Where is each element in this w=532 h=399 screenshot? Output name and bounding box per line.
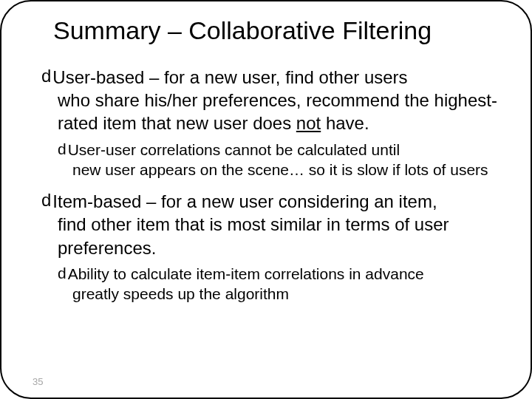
sub-bullet-text: Ability to calculate item-item correlati… xyxy=(68,264,499,284)
bullet-continuation: find other item that is most similar in … xyxy=(41,213,499,259)
sub-bullet-text: User-user correlations cannot be calcula… xyxy=(68,140,499,160)
page-number: 35 xyxy=(33,376,43,387)
bullet-row: d User-user correlations cannot be calcu… xyxy=(58,140,499,160)
underlined-word: not xyxy=(296,113,321,133)
bullet-lead: User-based xyxy=(52,67,144,87)
bullet-row: d User-based – for a new user, find othe… xyxy=(41,66,499,89)
bullet-rest: – for a new user, find other users xyxy=(144,67,407,87)
bullet-glyph-icon: d xyxy=(41,190,51,211)
bullet-row: d Item-based – for a new user considerin… xyxy=(41,190,499,213)
bullet-continuation: who share his/her preferences, recommend… xyxy=(41,89,499,134)
bullet-level2: d Ability to calculate item-item correla… xyxy=(41,264,499,304)
cont-text: who share his/her preferences, recommend… xyxy=(58,90,497,133)
bullet-level1: d User-based – for a new user, find othe… xyxy=(41,66,499,180)
sub-bullet-continuation: greatly speeds up the algorithm xyxy=(58,284,499,304)
bullet-lead: Item-based xyxy=(52,191,141,211)
after-underlined: have. xyxy=(321,113,369,133)
bullet-level1: d Item-based – for a new user considerin… xyxy=(41,190,499,304)
bullet-glyph-icon: d xyxy=(58,140,66,159)
bullet-rest: – for a new user considering an item, xyxy=(141,191,437,211)
bullet-text: User-based – for a new user, find other … xyxy=(52,66,499,89)
bullet-glyph-icon: d xyxy=(41,66,51,87)
bullet-row: d Ability to calculate item-item correla… xyxy=(58,264,499,284)
bullet-text: Item-based – for a new user considering … xyxy=(52,190,499,213)
slide-body: d User-based – for a new user, find othe… xyxy=(33,66,499,314)
sub-bullet-continuation: new user appears on the scene… so it is … xyxy=(58,160,499,180)
slide-frame: Summary – Collaborative Filtering d User… xyxy=(0,0,532,399)
slide-title: Summary – Collaborative Filtering xyxy=(33,16,499,45)
bullet-glyph-icon: d xyxy=(58,264,66,283)
bullet-level2: d User-user correlations cannot be calcu… xyxy=(41,140,499,180)
